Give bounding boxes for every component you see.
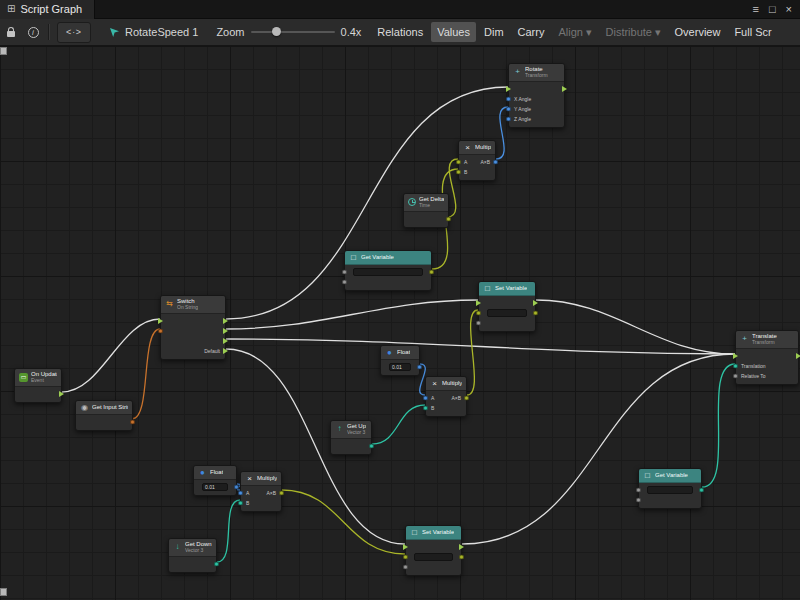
value-port[interactable] [493, 160, 498, 165]
value-port[interactable] [279, 491, 284, 496]
node-set-variable-b[interactable]: □Set Variable [405, 525, 462, 576]
zoom-slider-handle[interactable] [272, 27, 281, 36]
toolbar-button-carry[interactable]: Carry [512, 22, 551, 42]
value-port[interactable] [456, 170, 461, 175]
value-port[interactable] [342, 270, 347, 275]
node-get-input-string[interactable]: ◉Get Input Strin [75, 400, 133, 431]
flow-port[interactable] [476, 300, 481, 306]
wire-16[interactable] [282, 490, 405, 554]
node-float-a[interactable]: ●Float0.01 [380, 345, 420, 376]
flow-port[interactable] [403, 544, 408, 550]
value-port[interactable] [476, 321, 481, 326]
node-translate[interactable]: +TranslateTransformTranslationRelative T… [735, 330, 799, 385]
value-field[interactable] [647, 486, 693, 494]
tab-script-graph[interactable]: ⊞ Script Graph [0, 0, 95, 19]
value-port[interactable] [636, 498, 641, 503]
toolbar-button-distribute[interactable]: Distribute ▾ [600, 22, 667, 43]
graph-canvas[interactable]: +RotateTransformX AngleY AngleZ Angle×Mu… [0, 46, 800, 600]
value-field[interactable] [487, 309, 527, 317]
wire-3[interactable] [226, 300, 478, 329]
value-port[interactable] [403, 555, 408, 560]
node-get-variable-b[interactable]: □Get Variable [638, 468, 702, 509]
value-port[interactable] [636, 488, 641, 493]
wire-17[interactable] [702, 364, 735, 487]
toolbar-button-full-scr[interactable]: Full Scr [728, 22, 777, 42]
node-get-delta-time[interactable]: Get Delta TimeTime [403, 193, 449, 228]
flow-port[interactable] [223, 318, 228, 324]
wire-15[interactable] [217, 500, 240, 562]
value-port[interactable] [369, 443, 374, 448]
flow-port[interactable] [796, 353, 800, 359]
value-port[interactable] [238, 501, 243, 506]
info-button[interactable] [22, 19, 44, 46]
value-port[interactable] [423, 396, 428, 401]
node-on-update[interactable]: ▭On UpdateEvent [14, 368, 62, 403]
value-port[interactable] [158, 328, 163, 333]
value-port[interactable] [234, 485, 239, 490]
value-field[interactable]: 0.01 [202, 483, 228, 491]
maximize-icon[interactable]: □ [769, 4, 776, 15]
value-port[interactable] [429, 270, 434, 275]
value-port[interactable] [464, 396, 469, 401]
graph-breadcrumb[interactable]: RotateSpeed 1 [109, 26, 198, 38]
node-multiply-b[interactable]: ×MultiplyAA×BB [425, 376, 467, 417]
zoom-fit-button[interactable] [57, 22, 91, 43]
node-get-down[interactable]: ↓Get DownVector 3 [168, 538, 217, 573]
value-port[interactable] [533, 311, 538, 316]
lock-button[interactable] [0, 19, 22, 46]
flow-port[interactable] [506, 86, 511, 92]
value-port[interactable] [417, 365, 422, 370]
toolbar-button-relations[interactable]: Relations [371, 22, 429, 42]
canvas-handle-top[interactable] [0, 47, 7, 55]
value-port[interactable] [446, 216, 451, 221]
node-get-up[interactable]: ↑Get UpVector 3 [330, 420, 372, 455]
flow-port[interactable] [223, 338, 228, 344]
value-port[interactable] [506, 116, 511, 121]
node-multiply-c[interactable]: ×MultiplyAA×BB [240, 471, 282, 512]
wire-4[interactable] [226, 339, 735, 354]
flow-port[interactable] [733, 353, 738, 359]
zoom-slider[interactable] [251, 31, 335, 33]
value-port[interactable] [476, 311, 481, 316]
value-port[interactable] [238, 491, 243, 496]
value-port[interactable] [699, 488, 704, 493]
value-field[interactable]: 0.01 [389, 363, 411, 371]
wire-6[interactable] [536, 300, 735, 354]
toolbar-button-overview[interactable]: Overview [669, 22, 727, 42]
value-port[interactable] [459, 555, 464, 560]
wire-12[interactable] [372, 405, 425, 444]
value-port[interactable] [342, 280, 347, 285]
wire-7[interactable] [462, 354, 735, 544]
close-icon[interactable]: × [786, 4, 792, 15]
flow-port[interactable] [223, 348, 228, 354]
flow-port[interactable] [533, 300, 538, 306]
node-switch[interactable]: ⇆SwitchOn StringDefault [160, 295, 226, 360]
canvas-handle-bottom[interactable] [0, 588, 7, 596]
value-port[interactable] [733, 373, 738, 378]
node-multiply-a[interactable]: ×MultiplyAA×BB [458, 140, 496, 181]
value-field[interactable] [414, 553, 453, 561]
node-rotate[interactable]: +RotateTransformX AngleY AngleZ Angle [508, 63, 565, 128]
value-port[interactable] [456, 160, 461, 165]
value-port[interactable] [214, 561, 219, 566]
value-port[interactable] [733, 363, 738, 368]
value-port[interactable] [506, 96, 511, 101]
toolbar-button-values[interactable]: Values [431, 22, 476, 42]
node-float-b[interactable]: ●Float0.01 [193, 465, 237, 496]
toolbar-button-align[interactable]: Align ▾ [552, 22, 597, 43]
flow-port[interactable] [562, 86, 567, 92]
flow-port[interactable] [223, 328, 228, 334]
flow-port[interactable] [459, 544, 464, 550]
value-port[interactable] [130, 420, 135, 425]
node-get-variable-a[interactable]: □Get Variable [344, 250, 432, 291]
menu-icon[interactable]: ≡ [752, 4, 758, 15]
flow-port[interactable] [158, 318, 163, 324]
value-port[interactable] [403, 565, 408, 570]
wire-1[interactable] [132, 329, 160, 419]
value-port[interactable] [506, 106, 511, 111]
toolbar-button-dim[interactable]: Dim [478, 22, 510, 42]
value-port[interactable] [423, 406, 428, 411]
wire-5[interactable] [226, 349, 405, 544]
node-set-variable-a[interactable]: □Set Variable [478, 281, 536, 332]
flow-port[interactable] [59, 391, 64, 397]
